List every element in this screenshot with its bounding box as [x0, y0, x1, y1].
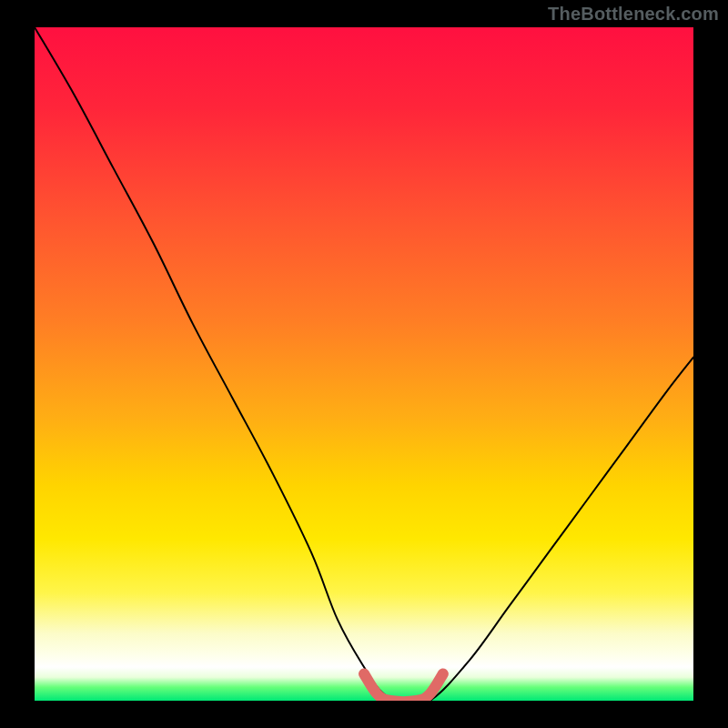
- flat-minimum-marker-path: [364, 673, 443, 701]
- plot-area: [35, 27, 693, 701]
- watermark-text: TheBottleneck.com: [548, 4, 719, 25]
- chart-frame: TheBottleneck.com: [0, 0, 728, 728]
- curve-layer: [35, 27, 693, 701]
- bottleneck-curve-path: [35, 27, 693, 701]
